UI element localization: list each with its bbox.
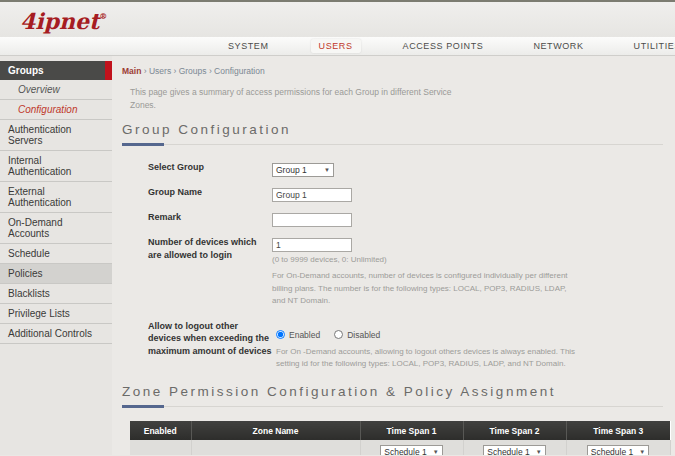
schedule-dropdown-timespan-2[interactable]: Schedule 1▼ [483,445,546,455]
sidebar-item-external-authentication[interactable]: External Authentication [0,182,112,213]
logout-others-radiogroup: Enabled Disabled [276,318,576,340]
breadcrumb-trail: › Users › Groups › Configuration [141,66,264,76]
nav-item-network[interactable]: NETWORK [525,39,591,53]
registered-mark: ® [99,11,107,21]
select-group-label: Select Group [148,159,268,177]
breadcrumb: Main › Users › Groups › Configuration [122,66,663,76]
group-configuration-form: Select Group Group 1 ▼ Group Name Remark [148,159,663,370]
devices-limit-hint: (0 to 9999 devices, 0: Unlimited) [272,255,572,264]
disabled-radio[interactable] [334,330,343,339]
breadcrumb-root[interactable]: Main [122,66,141,76]
sidebar-item-authentication-servers[interactable]: Authentication Servers [0,120,112,151]
devices-limit-label: Number of devices which are allowed to l… [148,234,268,307]
logout-others-label: Allow to logout other devices when excee… [148,318,272,371]
chevron-down-icon: ▼ [324,167,330,173]
schedule-selector-row: Schedule 1▼Schedule 1▼Schedule 1▼ [130,440,670,455]
section-divider [122,404,663,409]
sidebar-item-blacklists[interactable]: Blacklists [0,284,112,304]
main-content: Main › Users › Groups › Configuration Th… [112,56,675,455]
sidebar-item-additional-controls[interactable]: Additional Controls [0,324,112,344]
sidebar-item-configuration[interactable]: Configuration [0,100,112,120]
schedule-dropdown-timespan-3-value: Schedule 1 [591,447,634,455]
group-name-label: Group Name [148,184,268,202]
section-title-group-configuration: Group Configuration [122,122,663,137]
sidebar-item-overview[interactable]: Overview [0,80,112,100]
chevron-down-icon: ▼ [639,449,645,455]
enabled-radio-label[interactable]: Enabled [289,330,320,340]
nav-item-utilities[interactable]: UTILITIES [626,39,675,53]
sidebar-item-on-demand-accounts[interactable]: On-Demand Accounts [0,213,112,244]
nav-item-access-points[interactable]: ACCESS POINTS [395,39,492,53]
nav-item-users[interactable]: USERS [311,39,361,53]
schedule-dropdown-timespan-3[interactable]: Schedule 1▼ [587,445,650,455]
main-nav: SYSTEMUSERSACCESS POINTSNETWORKUTILITIES [0,37,675,56]
logout-others-note: For On -Demand accounts, allowing to log… [276,346,576,371]
select-group-value: Group 1 [276,165,307,175]
enabled-radio[interactable] [276,330,285,339]
column-header-zone-name: Zone Name [191,421,360,440]
sidebar-item-privilege-lists[interactable]: Privilege Lists [0,304,112,324]
devices-limit-input[interactable] [272,238,352,252]
sidebar-item-internal-authentication[interactable]: Internal Authentication [0,151,112,182]
schedule-dropdown-timespan-1[interactable]: Schedule 1▼ [380,445,443,455]
sidebar: Groups OverviewConfigurationAuthenticati… [0,56,112,455]
disabled-radio-label[interactable]: Disabled [347,330,380,340]
section-divider [122,142,663,147]
schedule-dropdown-timespan-2-value: Schedule 1 [487,447,530,455]
top-header: 4ipnet® [0,0,675,37]
sidebar-header-groups[interactable]: Groups [0,61,112,80]
zone-permission-table: EnabledZone NameTime Span 1Time Span 2Ti… [130,421,671,455]
sidebar-header-label: Groups [8,65,44,76]
remark-label: Remark [148,209,268,227]
devices-limit-note: For On-Demand accounts, number of device… [272,270,572,307]
table-header-row: EnabledZone NameTime Span 1Time Span 2Ti… [130,421,670,440]
chevron-down-icon: ▼ [536,449,542,455]
column-header-time-span-1: Time Span 1 [360,421,463,440]
brand-logo: 4ipnet® [20,8,107,34]
column-header-time-span-3: Time Span 3 [566,421,670,440]
page-intro: This page gives a summary of access perm… [130,86,460,112]
group-name-input[interactable] [272,188,352,202]
column-header-enabled: Enabled [130,421,191,440]
sidebar-red-accent [105,61,112,80]
schedule-dropdown-timespan-1-value: Schedule 1 [384,447,427,455]
section-title-zone-permission: Zone Permission Configuration & Policy A… [122,384,663,399]
sidebar-item-schedule[interactable]: Schedule [0,244,112,264]
column-header-time-span-2: Time Span 2 [463,421,566,440]
select-group-dropdown[interactable]: Group 1 ▼ [272,163,334,177]
brand-logo-text: 4ipnet [20,8,99,34]
remark-input[interactable] [272,213,352,227]
nav-item-system[interactable]: SYSTEM [220,39,277,53]
sidebar-item-policies[interactable]: Policies [0,264,112,284]
chevron-down-icon: ▼ [433,449,439,455]
